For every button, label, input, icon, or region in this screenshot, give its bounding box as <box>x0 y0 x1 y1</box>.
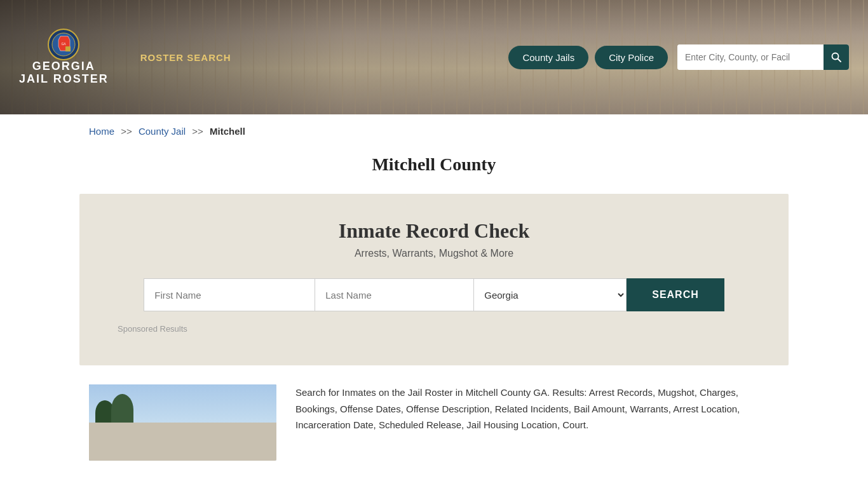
logo-jail-text: JAIL ROSTER <box>19 73 109 86</box>
inmate-search-button[interactable]: SEARCH <box>627 278 724 311</box>
building-bg <box>89 423 276 461</box>
header-search-bar <box>677 44 849 70</box>
header-search-button[interactable] <box>824 44 849 70</box>
inmate-search-form: AlabamaAlaskaArizonaArkansasCaliforniaCo… <box>118 278 750 311</box>
site-header: GA GEORGIA JAIL ROSTER ROSTER SEARCH Cou… <box>0 0 868 114</box>
svg-text:GA: GA <box>62 42 67 46</box>
sponsored-results-label: Sponsored Results <box>118 324 750 334</box>
bottom-description: Search for Inmates on the Jail Roster in… <box>295 384 779 433</box>
nav-buttons-group: County Jails City Police <box>508 46 668 69</box>
bottom-content: Search for Inmates on the Jail Roster in… <box>0 365 868 480</box>
search-icon <box>831 52 841 62</box>
breadcrumb-home-link[interactable]: Home <box>89 126 114 137</box>
header-search-input[interactable] <box>677 44 824 70</box>
roster-search-link[interactable]: ROSTER SEARCH <box>140 52 231 63</box>
facility-image <box>89 384 276 461</box>
page-title: Mitchell County <box>0 154 868 175</box>
county-jails-button[interactable]: County Jails <box>508 46 588 69</box>
breadcrumb-sep-1: >> <box>121 126 132 137</box>
last-name-input[interactable] <box>315 278 474 311</box>
breadcrumb-current: Mitchell <box>210 126 245 137</box>
record-check-title: Inmate Record Check <box>118 219 750 243</box>
breadcrumb-sep-2: >> <box>192 126 203 137</box>
state-select[interactable]: AlabamaAlaskaArizonaArkansasCaliforniaCo… <box>474 278 627 311</box>
site-logo: GA GEORGIA JAIL ROSTER <box>19 29 109 86</box>
city-police-button[interactable]: City Police <box>595 46 668 69</box>
svg-rect-2 <box>65 46 71 51</box>
georgia-seal-icon: GA <box>48 29 79 60</box>
svg-line-5 <box>838 59 841 62</box>
breadcrumb: Home >> County Jail >> Mitchell <box>0 114 868 148</box>
tree-2 <box>111 394 133 426</box>
first-name-input[interactable] <box>144 278 315 311</box>
breadcrumb-county-jail-link[interactable]: County Jail <box>139 126 186 137</box>
logo-georgia-text: GEORGIA <box>32 60 95 73</box>
inmate-record-check-section: Inmate Record Check Arrests, Warrants, M… <box>79 194 789 365</box>
record-check-subtitle: Arrests, Warrants, Mugshot & More <box>118 248 750 259</box>
